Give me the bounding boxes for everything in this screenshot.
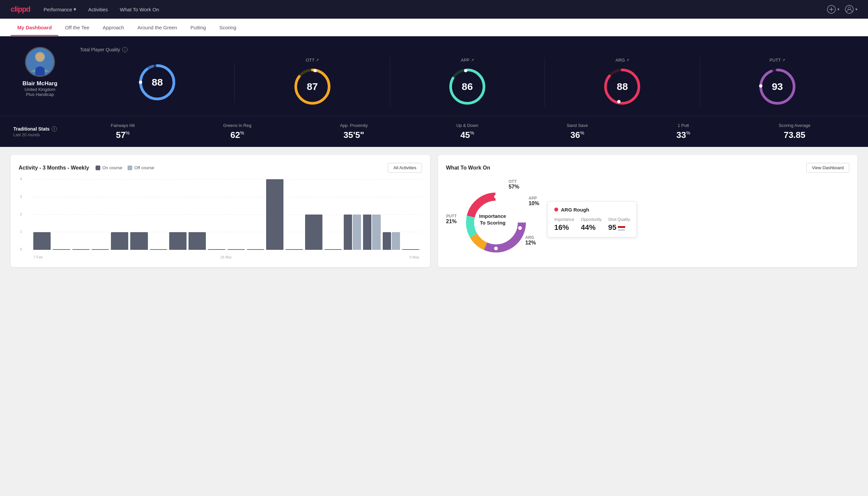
ring-putt: 93 [757,67,798,107]
stat-sandsave: Sand Save 36% [567,123,588,140]
stat-proximity-name: App. Proximity [340,123,368,128]
bar-oncourse-9 [189,232,206,250]
bar-oncourse-2 [53,249,70,250]
tooltip-opportunity-value: 44% [581,223,601,232]
bar-oncourse-7 [150,249,167,250]
bar-group-19 [383,232,400,250]
app-arrow: ↗ [471,58,474,62]
score-main: 88 [80,62,235,102]
stat-updown: Up & Down 45% [456,123,478,140]
bar-group-5 [111,232,128,250]
bar-group-4 [92,249,109,250]
wtwo-card: What To Work On View Dashboard OTT 57% A… [438,155,857,267]
bar-offcourse-19 [392,232,400,250]
bar-oncourse-16 [325,249,342,250]
ott-score-value: 87 [307,81,318,92]
bar-group-7 [150,249,167,250]
bar-oncourse-19 [383,232,391,250]
arg-score-value: 88 [617,81,628,92]
arg-arrow: ↗ [626,58,629,62]
all-activities-button[interactable]: All Activities [388,163,422,173]
stats-values: Fairways Hit 57% Greens In Reg 62% App. … [67,123,855,140]
score-ott: OTT ↗ 87 [235,58,390,107]
quality-scores: 88 OTT ↗ 87 [80,58,855,107]
user-arrow: ▾ [855,7,857,12]
tooltip-importance-value: 16% [554,223,574,232]
bar-group-9 [189,232,206,250]
user-menu-button[interactable]: ▾ [845,5,857,14]
legend-offcourse: Off course [128,165,154,170]
nav-what-to-work-on[interactable]: What To Work On [120,6,159,12]
wtwo-tooltip-card: ARG Rough Importance 16% Opportunity 44%… [547,201,637,237]
bars-container [31,179,422,250]
tab-my-dashboard[interactable]: My Dashboard [11,19,58,36]
add-button[interactable]: ▾ [827,5,839,14]
tooltip-opportunity-label: Opportunity [581,217,601,222]
logo[interactable]: clippd [11,5,30,14]
putt-arrow: ↗ [782,58,785,62]
stats-label-section: Traditional Stats i Last 20 rounds [13,126,67,137]
svg-point-30 [518,226,522,230]
bar-oncourse-4 [92,249,109,250]
stat-sandsave-name: Sand Save [567,123,588,128]
stat-scoring: Scoring Average 73.85 [779,123,810,140]
quality-title: Total Player Quality i [80,47,855,52]
score-putt: PUTT ↗ 93 [700,58,855,107]
svg-point-28 [494,195,498,199]
bar-group-2 [53,249,70,250]
legend-offcourse-dot [128,166,132,170]
stat-updown-name: Up & Down [456,123,478,128]
stat-gir-name: Greens In Reg [223,123,251,128]
bar-oncourse-15 [305,215,322,250]
hero-top: Blair McHarg United Kingdom Plus Handica… [13,47,855,107]
tab-putting[interactable]: Putting [184,19,213,36]
tab-off-the-tee[interactable]: Off the Tee [58,19,96,36]
stat-proximity-value: 35'5" [343,130,364,140]
tooltip-importance-label: Importance [554,217,574,222]
ring-main: 88 [137,62,177,102]
ring-ott: 87 [293,67,332,107]
quality-info-icon[interactable]: i [122,47,128,52]
player-country: United Kingdom [25,87,56,92]
wtwo-card-header: What To Work On View Dashboard [446,163,849,173]
top-nav: clippd Performance ▾ Activities What To … [0,0,868,19]
bar-oncourse-14 [285,249,303,250]
bar-group-18 [363,215,380,250]
activity-card: Activity - 3 Months - Weekly On course O… [11,155,430,267]
view-dashboard-button[interactable]: View Dashboard [806,163,849,173]
nav-performance-label: Performance [44,7,72,12]
bar-oncourse-10 [208,249,225,250]
stat-scoring-name: Scoring Average [779,123,810,128]
x-label-3: 9 May [409,255,419,259]
stat-sandsave-value: 36% [571,130,584,140]
bar-offcourse-17 [353,215,361,250]
svg-point-7 [36,52,44,61]
ott-label: OTT ↗ [306,58,319,63]
tabs-bar: My Dashboard Off the Tee Approach Around… [0,19,868,36]
bar-group-14 [285,249,303,250]
ring-app: 86 [447,67,487,107]
nav-activities[interactable]: Activities [88,6,108,12]
bar-oncourse-3 [72,249,90,250]
donut-label-ott: OTT 57% [509,179,519,190]
x-label-2: 28 Mar [220,255,232,259]
nav-performance[interactable]: Performance ▾ [44,6,76,12]
bar-group-13 [266,179,283,250]
bar-group-12 [247,249,264,250]
tab-around-the-green[interactable]: Around the Green [130,19,184,36]
tab-approach[interactable]: Approach [96,19,130,36]
stats-title: Traditional Stats i [13,126,67,131]
nav-activities-label: Activities [88,7,108,12]
player-handicap: Plus Handicap [26,92,54,97]
activity-title: Activity - 3 Months - Weekly [19,165,89,171]
x-label-1: 7 Feb [33,255,43,259]
wtwo-body: OTT 57% APP 10% ARG 12% PUTT 21% [446,179,849,259]
tab-scoring[interactable]: Scoring [212,19,243,36]
putt-label: PUTT ↗ [769,58,785,63]
hero-section: Blair McHarg United Kingdom Plus Handica… [0,36,868,116]
x-labels: 7 Feb 28 Mar 9 May [31,255,422,259]
wtwo-title: What To Work On [446,165,490,171]
stats-info-icon[interactable]: i [52,126,57,131]
flag-icon [618,225,625,230]
ring-arg: 88 [602,67,642,107]
